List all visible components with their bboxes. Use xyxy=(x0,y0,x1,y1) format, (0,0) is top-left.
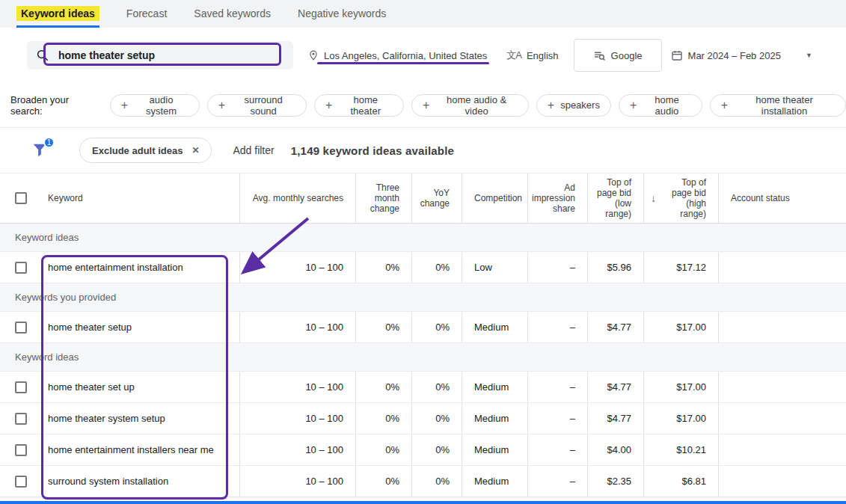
tab-forecast[interactable]: Forecast xyxy=(126,0,167,28)
header-high-bid[interactable]: ↓ Top of page bid (high range) xyxy=(643,173,718,223)
row-checkbox[interactable] xyxy=(15,322,27,334)
language-selector[interactable]: 文A English xyxy=(506,49,558,62)
keyword-ideas-count: 1,149 keyword ideas available xyxy=(291,144,454,157)
account-status-cell xyxy=(718,372,846,402)
competition-cell: Medium xyxy=(462,312,527,342)
tab-saved-keywords[interactable]: Saved keywords xyxy=(194,0,271,28)
header-yoy-change[interactable]: YoY change xyxy=(411,173,462,223)
low-bid-cell: $5.96 xyxy=(587,252,643,283)
row-checkbox-cell xyxy=(0,403,45,434)
table-body: Keyword ideashome entertainment installa… xyxy=(0,224,846,497)
location-value: Los Angeles, California, United States xyxy=(324,50,487,61)
plus-icon: + xyxy=(548,99,554,111)
competition-cell: Medium xyxy=(462,466,527,497)
header-account-status[interactable]: Account status xyxy=(718,173,846,223)
header-checkbox-cell xyxy=(0,173,45,223)
plus-icon: + xyxy=(325,99,332,111)
table-row: home theater setup10 – 1000%0%Medium–$4.… xyxy=(0,312,846,343)
competition-cell: Medium xyxy=(462,403,527,434)
broaden-chip[interactable]: +surround sound xyxy=(207,94,307,117)
broaden-chip[interactable]: +home theater xyxy=(314,94,404,117)
low-bid-cell: $4.77 xyxy=(587,312,643,342)
account-status-cell xyxy=(718,312,846,342)
header-high-bid-label: Top of page bid (high range) xyxy=(660,177,706,219)
ad-impression-share-cell: – xyxy=(527,252,587,283)
horizontal-scrollbar[interactable] xyxy=(0,501,846,504)
keyword-cell: home theater setup xyxy=(45,312,239,342)
avg-monthly-searches-cell: 10 – 100 xyxy=(239,312,355,342)
broaden-chip[interactable]: +home audio xyxy=(619,94,702,117)
close-icon[interactable]: ✕ xyxy=(191,145,199,156)
keyword-cell: home entertainment installers near me xyxy=(45,434,239,465)
three-month-change-cell: 0% xyxy=(355,434,411,465)
table-row: home theater system setup10 – 1000%0%Med… xyxy=(0,403,846,434)
tab-keyword-ideas[interactable]: Keyword ideas xyxy=(16,0,99,28)
broaden-label: Broaden your search: xyxy=(10,94,101,117)
tab-saved-keywords-label: Saved keywords xyxy=(194,7,271,19)
tab-negative-keywords[interactable]: Negative keywords xyxy=(298,0,386,28)
broaden-chip[interactable]: +speakers xyxy=(536,94,611,117)
account-status-cell xyxy=(718,434,846,465)
tab-negative-keywords-label: Negative keywords xyxy=(298,7,386,19)
yoy-change-cell: 0% xyxy=(411,434,462,465)
row-checkbox[interactable] xyxy=(15,381,27,393)
low-bid-cell: $4.77 xyxy=(587,372,643,402)
broaden-chip-label: audio system xyxy=(134,94,188,117)
header-low-bid[interactable]: Top of page bid (low range) xyxy=(587,173,643,223)
date-range-selector[interactable]: Mar 2024 – Feb 2025 ▼ xyxy=(671,49,812,61)
broaden-chip[interactable]: +home audio & video xyxy=(411,94,529,117)
select-all-checkbox[interactable] xyxy=(15,192,27,204)
broaden-chip[interactable]: +audio system xyxy=(110,94,200,117)
header-ad-impression-share[interactable]: Ad impression share xyxy=(527,173,587,223)
avg-monthly-searches-cell: 10 – 100 xyxy=(239,403,355,434)
section-label: Keyword ideas xyxy=(0,232,79,243)
tab-keyword-ideas-label: Keyword ideas xyxy=(16,6,99,21)
search-toolbar: home theater setup Los Angeles, Californ… xyxy=(0,28,846,83)
header-keyword[interactable]: Keyword xyxy=(45,173,239,223)
search-icon xyxy=(36,49,49,62)
account-status-cell xyxy=(718,403,846,434)
section-header-row: Keyword ideas xyxy=(0,224,846,252)
filter-funnel-icon[interactable]: 1 xyxy=(31,141,49,159)
row-checkbox[interactable] xyxy=(15,476,27,488)
row-checkbox-cell xyxy=(0,434,45,465)
high-bid-cell: $6.81 xyxy=(643,466,718,497)
header-avg-monthly-searches[interactable]: Avg. monthly searches xyxy=(239,173,355,223)
sort-descending-icon[interactable]: ↓ xyxy=(651,192,656,204)
keyword-cell: home entertainment installation xyxy=(45,252,239,283)
broaden-chip-label: home audio xyxy=(643,94,690,117)
ad-impression-share-cell: – xyxy=(527,403,587,434)
plus-icon: + xyxy=(630,99,637,111)
section-label: Keyword ideas xyxy=(0,351,79,363)
table-row: home entertainment installers near me10 … xyxy=(0,434,846,466)
language-value: English xyxy=(527,50,559,61)
filter-count-badge: 1 xyxy=(43,137,55,148)
tab-forecast-label: Forecast xyxy=(126,7,167,19)
ad-impression-share-cell: – xyxy=(527,466,587,497)
table-row: surround system installation10 – 1000%0%… xyxy=(0,466,846,497)
location-selector[interactable]: Los Angeles, California, United States xyxy=(308,49,487,61)
broaden-chip[interactable]: +home theater installation xyxy=(710,94,846,117)
row-checkbox[interactable] xyxy=(15,262,27,274)
row-checkbox-cell xyxy=(0,312,45,342)
keyword-cell: home theater system setup xyxy=(45,403,239,434)
keyword-search-input[interactable]: home theater setup xyxy=(27,41,293,70)
header-three-month-change[interactable]: Three month change xyxy=(355,173,411,223)
row-checkbox[interactable] xyxy=(15,413,27,425)
yoy-change-cell: 0% xyxy=(411,252,462,283)
table-row: home entertainment installation10 – 1000… xyxy=(0,252,846,283)
low-bid-cell: $4.00 xyxy=(587,434,643,465)
network-selector[interactable]: Google xyxy=(574,39,662,72)
add-filter-button[interactable]: Add filter xyxy=(233,144,274,156)
plus-icon: + xyxy=(121,99,128,111)
broaden-search-row: Broaden your search: +audio system+surro… xyxy=(0,83,846,128)
search-input-value: home theater setup xyxy=(58,49,155,61)
row-checkbox[interactable] xyxy=(15,444,27,456)
top-tabbar: Keyword ideas Forecast Saved keywords Ne… xyxy=(0,0,846,28)
chevron-down-icon[interactable]: ▼ xyxy=(806,52,812,59)
exclude-adult-ideas-chip[interactable]: Exclude adult ideas ✕ xyxy=(79,138,212,163)
three-month-change-cell: 0% xyxy=(355,252,411,283)
yoy-change-cell: 0% xyxy=(411,312,462,342)
ad-impression-share-cell: – xyxy=(527,372,587,402)
header-competition[interactable]: Competition xyxy=(462,173,527,223)
